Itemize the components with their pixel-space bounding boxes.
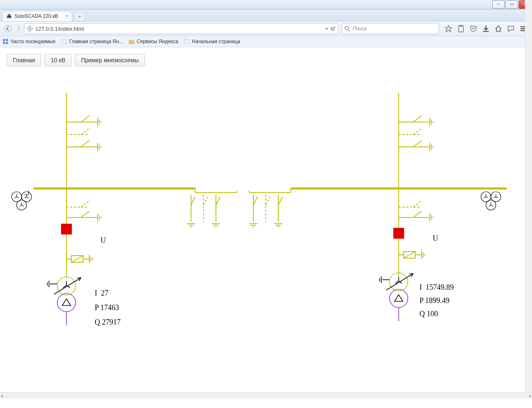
svg-line-82 [203,197,208,205]
svg-point-2 [345,26,348,29]
folder-icon [129,39,135,44]
svg-line-22 [81,128,89,134]
breaker-left[interactable] [61,224,72,235]
maximize-button[interactable]: ▭ [505,0,518,9]
bookmarks-bar: Часто посещаемые Главная страница Ян... … [0,36,532,47]
svg-point-0 [5,25,12,32]
grid-icon [2,39,8,44]
value-I-left: 27 [101,289,108,297]
svg-rect-7 [3,42,5,44]
page-icon [61,39,67,44]
svg-line-111 [54,278,81,294]
svg-rect-10 [185,39,189,44]
value-I-right: 15749.89 [426,283,454,291]
svg-line-16 [81,116,89,122]
value-P-right: 1899.49 [425,296,450,305]
label-P-left: P 17463 [95,303,119,312]
bookmark-label: Сервисы Яндекса [137,39,178,44]
transformer-right [380,271,413,321]
label-P-right: P 1899.49 [419,296,449,305]
home-button[interactable]: Главная [7,54,41,66]
svg-line-119 [386,274,413,290]
svg-line-24 [81,141,89,147]
svg-rect-8 [6,42,8,44]
minimize-button[interactable]: ─ [492,0,505,9]
svg-point-115 [57,293,76,312]
clipboard-icon[interactable] [457,25,465,32]
svg-line-38 [413,141,422,147]
label-Q-left: Q 27917 [95,318,121,327]
toolbar-icons [442,25,530,32]
svg-line-44 [81,201,89,207]
svg-line-36 [413,128,422,134]
transformer-left [47,276,81,325]
nav-buttons: Главная 10 кВ Пример мнемосхемы [7,54,528,66]
svg-point-123 [390,289,408,308]
dropdown-icon[interactable]: ▾ [326,26,328,32]
svg-rect-5 [3,39,5,41]
10kv-button[interactable]: 10 кВ [44,54,71,66]
bookmark-label: Часто посещаемые [10,39,56,44]
label-I-left: I 27 [95,289,108,298]
bookmark-label: Начальная страница [192,39,240,44]
svg-line-54 [413,211,422,217]
svg-rect-9 [62,39,66,44]
svg-line-80 [191,197,195,205]
label-I-right: I 15749.89 [419,283,454,292]
bookmark-most-visited[interactable]: Часто посещаемые [2,39,56,44]
window-titlebar: ─ ▭ ✕ [0,0,532,10]
svg-point-110 [57,277,76,295]
address-bar[interactable]: 127.0.0.1/index.html ▾ [24,23,338,34]
bookmark-star-icon[interactable] [445,25,452,32]
globe-icon [27,26,33,32]
value-Q-right: 100 [427,310,438,318]
vt-left [12,191,32,210]
svg-line-46 [81,211,89,217]
horizontal-scrollbar[interactable]: ◂▸ [0,392,532,399]
pocket-icon[interactable] [470,25,477,32]
vt-right [481,192,501,210]
svg-line-96 [278,197,282,205]
value-P-left: 17463 [101,303,119,312]
tab-strip: SoloSCADA 220 кВ × + [0,10,532,22]
vertical-scrollbar[interactable] [525,0,532,399]
svg-line-68 [404,252,415,258]
bookmark-start-page[interactable]: Начальная страница [184,39,240,44]
back-button[interactable] [4,25,12,32]
page-icon [184,39,190,44]
label-Q-right: Q 100 [419,310,438,318]
nav-toolbar: 127.0.0.1/index.html ▾ Поиск [0,22,532,36]
svg-line-30 [413,116,422,122]
single-line-diagram: U U I 27 P 17463 Q 27917 I 15749.89 P 18… [4,68,511,338]
bookmark-label: Главная страница Ян... [69,39,123,44]
forward-button[interactable] [15,25,22,32]
downloads-icon[interactable] [482,25,490,32]
new-tab-button[interactable]: + [75,12,85,21]
tab-close-icon[interactable]: × [66,13,69,19]
svg-line-84 [216,197,220,205]
search-icon [345,26,350,32]
browser-tab-active[interactable]: SoloSCADA 220 кВ × [2,11,72,21]
voltage-label-right: U [433,234,438,243]
voltage-label-left: U [101,236,106,245]
url-text: 127.0.0.1/index.html [35,26,324,32]
svg-line-52 [413,201,422,207]
search-placeholder: Поиск [353,26,367,32]
svg-rect-6 [6,39,8,41]
svg-line-94 [266,197,270,205]
svg-rect-3 [458,26,463,32]
reload-icon[interactable] [330,26,336,32]
breaker-right[interactable] [393,228,404,239]
bookmark-yandex-services[interactable]: Сервисы Яндекса [129,39,178,44]
search-box[interactable]: Поиск [342,23,439,34]
bookmark-yandex-home[interactable]: Главная страница Ян... [61,39,123,44]
home-icon[interactable] [495,25,502,32]
value-Q-left: 27917 [102,318,121,326]
hat-icon [6,13,12,19]
svg-line-92 [253,197,257,205]
page-content: Главная 10 кВ Пример мнемосхемы [0,47,532,399]
tab-title: SoloSCADA 220 кВ [15,13,58,19]
example-button[interactable]: Пример мнемосхемы [75,54,145,66]
svg-line-61 [71,256,83,262]
chat-icon[interactable] [507,25,515,32]
